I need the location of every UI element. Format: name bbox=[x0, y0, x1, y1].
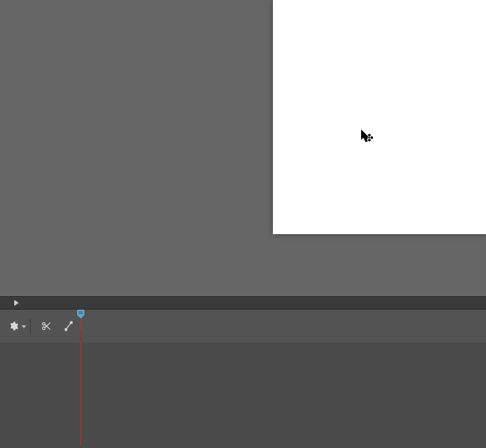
ball-shape[interactable] bbox=[273, 0, 305, 32]
scissors-icon bbox=[41, 321, 52, 331]
status-bar bbox=[0, 296, 486, 310]
svg-marker-8 bbox=[22, 325, 26, 328]
playhead-line bbox=[81, 319, 81, 446]
time-ruler[interactable] bbox=[81, 310, 486, 331]
svg-marker-16 bbox=[77, 315, 84, 319]
svg-marker-7 bbox=[14, 300, 19, 306]
tracks-area bbox=[0, 331, 486, 448]
free-transform-icon bbox=[64, 321, 75, 331]
timeline-panel bbox=[0, 310, 486, 448]
canvas[interactable] bbox=[273, 0, 486, 234]
gear-icon bbox=[8, 321, 19, 331]
playhead[interactable] bbox=[77, 310, 84, 319]
expand-arrow-icon[interactable] bbox=[12, 298, 22, 308]
svg-rect-14 bbox=[71, 322, 73, 323]
stage-area bbox=[0, 0, 486, 296]
